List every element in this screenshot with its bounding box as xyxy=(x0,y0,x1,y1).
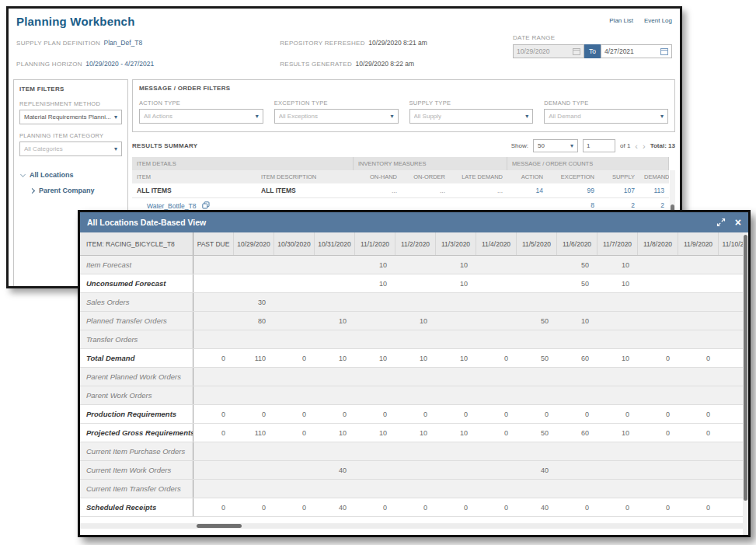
grid-value-cell xyxy=(274,461,315,479)
count-cell[interactable]: 14 xyxy=(507,183,548,197)
count-cell[interactable]: 113 xyxy=(639,183,669,197)
date-from-input[interactable] xyxy=(517,47,563,55)
horizontal-scrollbar[interactable] xyxy=(80,523,743,529)
supply-type-label: SUPPLY TYPE xyxy=(409,100,534,107)
grid-value-cell: 10 xyxy=(395,424,436,442)
grid-row-label: Scheduled Receipts xyxy=(80,498,193,516)
tree-item-all-locations[interactable]: All Locations xyxy=(19,167,122,183)
show-page-size-select[interactable]: 50 ▾ xyxy=(533,139,578,152)
grid-row-label: Parent Planned Work Orders xyxy=(80,368,193,386)
exception-type-field: EXCEPTION TYPEAll Exceptions▾ xyxy=(274,92,399,124)
demand-type-select[interactable]: All Demand▾ xyxy=(544,109,668,124)
date-from-field[interactable] xyxy=(513,44,584,58)
grid-value-cell xyxy=(355,293,395,311)
grid-value-cell xyxy=(476,330,517,348)
grid-value-cell: 0 xyxy=(557,498,597,516)
grid-value-cell xyxy=(315,368,355,386)
action-type-select[interactable]: All Actions▾ xyxy=(139,109,263,124)
grid-row: Parent Work Orders xyxy=(80,386,748,405)
grid-value-cell: 0 xyxy=(193,498,234,516)
table-row: ALL ITEMSALL ITEMS.........1499107113 xyxy=(132,183,669,198)
calendar-icon[interactable] xyxy=(660,47,668,55)
grid-value-cell: 10 xyxy=(597,256,638,274)
grid-value-cell: 0 xyxy=(395,405,436,423)
grid-value-cell xyxy=(193,312,234,330)
grid-row-label: Current Item Transfer Orders xyxy=(80,480,193,498)
grid-value-cell: 10 xyxy=(355,274,395,292)
grid-value-cell xyxy=(517,293,557,311)
exception-type-select[interactable]: All Exceptions▾ xyxy=(274,109,399,124)
results-summary-title: RESULTS SUMMARY xyxy=(132,142,198,149)
grid-value-cell: 0 xyxy=(476,349,517,367)
replenishment-method-select[interactable]: Material Requirements Planni... ▾ xyxy=(19,110,122,124)
date-to-field[interactable] xyxy=(601,44,672,58)
grid-value-cell: 0 xyxy=(476,498,517,516)
date-to-input[interactable] xyxy=(604,47,651,55)
grid-value-cell: 60 xyxy=(557,349,597,367)
grid-value-cell xyxy=(557,330,597,348)
results-group-header-row: ITEM DETAILSINVENTORY MEASURESMESSAGE / … xyxy=(132,157,669,170)
grid-value-cell xyxy=(436,480,476,498)
grid-value-cell xyxy=(274,274,315,292)
grid-value-cell xyxy=(193,368,234,386)
grid-value-cell xyxy=(274,368,315,386)
tree-item-parent-company[interactable]: Parent Company xyxy=(19,183,122,198)
grid-row-label: Sales Orders xyxy=(80,293,193,311)
grid-value-cell xyxy=(638,330,678,348)
close-icon[interactable]: × xyxy=(735,218,741,227)
grid-value-cell: 0 xyxy=(678,424,719,442)
grid-value-cell xyxy=(638,368,678,386)
count-cell[interactable]: 107 xyxy=(599,183,639,197)
page-number-input[interactable] xyxy=(583,139,615,152)
chevron-down-icon[interactable] xyxy=(20,171,26,176)
grid-value-cell xyxy=(355,386,395,404)
supply-type-field: SUPPLY TYPEAll Supply▾ xyxy=(409,92,534,124)
column-header-on-order: ON-ORDER xyxy=(402,170,450,183)
grid-value-cell: 10 xyxy=(355,424,395,442)
supply-type-select[interactable]: All Supply▾ xyxy=(409,109,534,124)
grid-value-cell xyxy=(638,256,678,274)
grid-value-cell xyxy=(395,256,436,274)
previous-page-icon[interactable]: ‹ xyxy=(635,142,638,150)
plan-list-link[interactable]: Plan List xyxy=(609,17,633,24)
grid-value-cell xyxy=(234,386,274,404)
grid-value-cell xyxy=(274,442,315,460)
grid-value-cell: 10 xyxy=(315,424,355,442)
grid-row-label: Current Item Work Orders xyxy=(80,461,193,479)
item-filters-title: ITEM FILTERS xyxy=(19,86,122,93)
planning-item-category-value: All Categories xyxy=(24,145,63,152)
grid-value-cell xyxy=(597,480,638,498)
date-to-button[interactable]: To xyxy=(584,44,601,58)
grid-value-cell: 0 xyxy=(436,498,476,516)
chevron-right-icon[interactable] xyxy=(30,187,35,193)
grid-value-cell: 0 xyxy=(193,349,234,367)
planning-item-category-select[interactable]: All Categories ▾ xyxy=(19,141,122,156)
grid-value-cell: 0 xyxy=(638,349,678,367)
planning-horizon-label: PLANNING HORIZON xyxy=(16,61,82,68)
grid-value-cell xyxy=(557,480,597,498)
grid-value-cell: 0 xyxy=(678,349,719,367)
event-log-link[interactable]: Event Log xyxy=(644,17,672,24)
grid-row: Current Item Transfer Orders xyxy=(80,480,748,498)
grid-value-cell: 10 xyxy=(597,424,638,442)
count-cell[interactable]: 99 xyxy=(548,183,599,197)
calendar-icon[interactable] xyxy=(573,47,580,55)
grid-row: Transfer Orders xyxy=(80,330,748,349)
replenishment-method-value: Material Requirements Planni... xyxy=(24,114,111,121)
grid-date-header: 10/31/2020 xyxy=(315,232,355,255)
grid-value-cell xyxy=(274,312,315,330)
grid-value-cell: 80 xyxy=(234,312,274,330)
supply-type-value: All Supply xyxy=(414,113,442,120)
grid-value-cell xyxy=(274,256,315,274)
grid-value-cell: 40 xyxy=(315,461,355,479)
grid-value-cell xyxy=(193,330,234,348)
grid-value-cell xyxy=(638,480,678,498)
replenishment-method-label: REPLENISHMENT METHOD xyxy=(19,100,122,107)
grid-value-cell xyxy=(557,368,597,386)
message-order-filters-panel: MESSAGE / ORDER FILTERS ACTION TYPEAll A… xyxy=(132,79,675,132)
grid-row-label: Current Item Purchase Orders xyxy=(80,442,193,460)
grid-value-cell xyxy=(517,274,557,292)
next-page-icon[interactable]: › xyxy=(643,142,646,150)
expand-icon[interactable] xyxy=(716,218,726,227)
vertical-scrollbar[interactable] xyxy=(743,232,748,535)
